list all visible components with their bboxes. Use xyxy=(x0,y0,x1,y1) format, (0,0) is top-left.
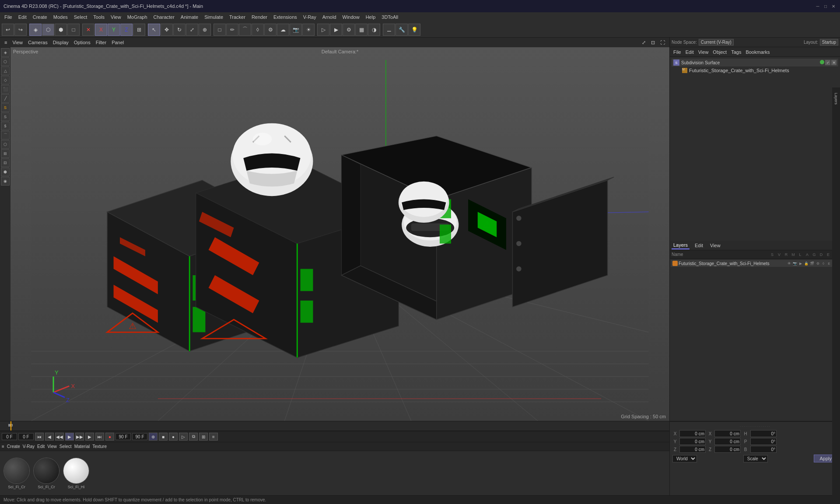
layer-anim-icon[interactable]: 🎬 xyxy=(809,261,815,266)
menu-create[interactable]: Create xyxy=(30,14,50,21)
mat-menu-create[interactable]: Create xyxy=(7,444,20,449)
pb-mode-btn-3[interactable]: ● xyxy=(169,433,178,441)
left-btn-3[interactable]: △ xyxy=(1,66,10,75)
menu-view[interactable]: View xyxy=(108,14,124,21)
nurbs-button[interactable]: ⌒ xyxy=(239,24,251,36)
mat-menu-vray[interactable]: V-Ray xyxy=(23,444,35,449)
end-frame-input-2[interactable] xyxy=(132,433,147,440)
transform-pz-input[interactable] xyxy=(714,446,741,453)
camera-button[interactable]: 📷 xyxy=(290,24,302,36)
pb-mode-btn-5[interactable]: ⧉ xyxy=(189,433,198,441)
move-off-button[interactable]: ✕ xyxy=(82,24,94,36)
scene-button[interactable]: ☁ xyxy=(277,24,289,36)
visibility-dot[interactable] xyxy=(820,60,824,64)
menu-select[interactable]: Select xyxy=(71,14,90,21)
light-button[interactable]: ☀ xyxy=(302,24,315,36)
display-mode-button[interactable]: ⚊ xyxy=(383,24,395,36)
material-item-2[interactable]: Sci_Fi_Cr xyxy=(33,458,60,489)
transform-mode-dropdown[interactable]: Scale xyxy=(743,455,768,462)
mat-menu-icon[interactable]: ≡ xyxy=(2,444,4,449)
menu-tracker[interactable]: Tracker xyxy=(227,14,248,21)
left-btn-6[interactable]: ╱ xyxy=(1,94,10,103)
cube-button[interactable]: □ xyxy=(214,24,226,36)
menu-animate[interactable]: Animate xyxy=(178,14,201,21)
render-settings-button[interactable]: ⚙ xyxy=(343,24,355,36)
mat-menu-select[interactable]: Select xyxy=(60,444,72,449)
transform-py-input[interactable] xyxy=(714,438,741,445)
material-swatch-1[interactable] xyxy=(4,458,30,484)
objprop-menu-file[interactable]: File xyxy=(672,49,683,55)
edge-tab-layers[interactable]: Layers xyxy=(833,89,839,108)
left-btn-13[interactable]: ⊟ xyxy=(1,158,10,167)
deformer-button[interactable]: ◊ xyxy=(252,24,264,36)
menu-3dtoall[interactable]: 3DToAll xyxy=(379,14,401,21)
material-item-1[interactable]: Sci_Fi_Cr xyxy=(4,458,30,489)
light-enable-button[interactable]: 💡 xyxy=(408,24,420,36)
maximize-button[interactable]: □ xyxy=(822,3,829,9)
objprop-menu-edit[interactable]: Edit xyxy=(684,49,696,55)
layer-gen-icon[interactable]: ⚙ xyxy=(815,261,820,266)
move-x-button[interactable]: X xyxy=(95,24,107,36)
object-mode-button[interactable]: □ xyxy=(67,24,80,36)
start-frame-input[interactable] xyxy=(18,433,34,440)
left-btn-9[interactable]: $ xyxy=(1,122,10,130)
left-btn-5[interactable]: ⬛ xyxy=(1,85,10,94)
menu-vray[interactable]: V-Ray xyxy=(301,14,319,21)
end-frame-input[interactable] xyxy=(116,433,131,440)
play-button[interactable]: ▶ xyxy=(65,433,74,441)
render-active-button[interactable]: ▷ xyxy=(317,24,329,36)
viewport-menu-icon[interactable]: ≡ xyxy=(3,40,9,45)
current-frame-input[interactable] xyxy=(2,433,17,440)
objprop-menu-bookmarks[interactable]: Bookmarks xyxy=(744,49,771,55)
undo-button[interactable]: ↩ xyxy=(2,24,14,36)
viewport-maximize-icon[interactable]: ⛶ xyxy=(658,40,667,46)
mat-menu-texture[interactable]: Texture xyxy=(92,444,107,449)
transform-p-input[interactable] xyxy=(750,438,777,445)
next-frame-button[interactable]: ▶ xyxy=(85,433,94,441)
viewport-menu-filter[interactable]: Filter xyxy=(94,40,108,45)
transform-z-input[interactable] xyxy=(679,446,706,453)
pb-mode-btn-6[interactable]: ⊞ xyxy=(199,433,208,441)
viewport-menu-display[interactable]: Display xyxy=(51,40,70,45)
menu-help[interactable]: Help xyxy=(363,14,378,21)
left-btn-11[interactable]: ⬡ xyxy=(1,140,10,149)
layers-edit-tab[interactable]: Edit xyxy=(693,242,705,249)
viewport-menu-cameras[interactable]: Cameras xyxy=(26,40,49,45)
coord-button[interactable]: ⊞ xyxy=(133,24,145,36)
menu-window[interactable]: Window xyxy=(340,14,362,21)
move-y-button[interactable]: Y xyxy=(108,24,120,36)
spline-mode-button[interactable]: ⬢ xyxy=(55,24,67,36)
left-btn-7[interactable]: S xyxy=(1,103,10,112)
layers-view-tab[interactable]: View xyxy=(708,242,722,249)
transform-x-input[interactable] xyxy=(679,430,706,437)
action-check[interactable]: ✓ xyxy=(825,60,830,65)
menu-render[interactable]: Render xyxy=(249,14,270,21)
model-mode-button[interactable]: ◈ xyxy=(29,24,42,36)
play-forward-button[interactable]: ▶▶ xyxy=(75,433,84,441)
menu-simulate[interactable]: Simulate xyxy=(202,14,226,21)
transform-px-input[interactable] xyxy=(714,430,741,437)
viewport-menu-options[interactable]: Options xyxy=(72,40,92,45)
viewport-menu-view[interactable]: View xyxy=(10,40,24,45)
scale-tool-button[interactable]: ⤢ xyxy=(186,24,198,36)
material-swatch-2[interactable] xyxy=(33,458,60,484)
menu-file[interactable]: File xyxy=(2,14,15,21)
coord-system-dropdown[interactable]: World xyxy=(672,455,697,462)
transform-b-input[interactable] xyxy=(750,446,777,453)
move-tool-button[interactable]: ✥ xyxy=(161,24,173,36)
node-space-value[interactable]: Current (V-Ray) xyxy=(699,39,734,46)
layout-value[interactable]: Startup xyxy=(820,39,838,46)
layer-exp-icon[interactable]: E xyxy=(826,261,832,266)
close-button[interactable]: ✕ xyxy=(830,3,836,9)
material-manager-button[interactable]: ◑ xyxy=(368,24,380,36)
mat-menu-material[interactable]: Material xyxy=(74,444,90,449)
objprop-menu-view[interactable]: View xyxy=(696,49,710,55)
layer-lock-icon[interactable]: 🔒 xyxy=(804,261,809,266)
minimize-button[interactable]: ─ xyxy=(815,3,821,9)
layer-item[interactable]: Futuristic_Storage_Crate_with_Sci-Fi_Hel… xyxy=(671,260,839,267)
layer-render-icon[interactable]: ▶ xyxy=(798,261,803,266)
transform-y-input[interactable] xyxy=(679,438,706,445)
redo-button[interactable]: ↪ xyxy=(14,24,27,36)
menu-character[interactable]: Character xyxy=(151,14,177,21)
menu-tools[interactable]: Tools xyxy=(91,14,107,21)
